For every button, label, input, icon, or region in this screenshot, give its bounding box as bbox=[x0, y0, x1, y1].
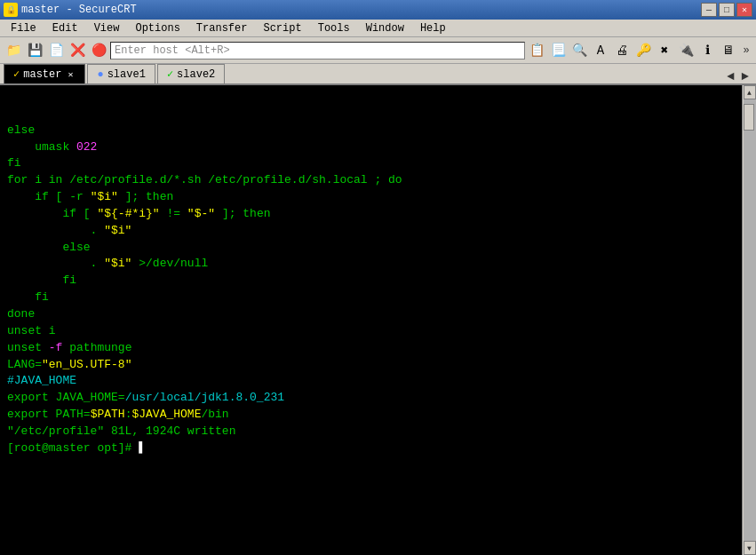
terminal-line: unset -f pathmunge bbox=[7, 340, 735, 357]
tab-master-icon: ✓ bbox=[13, 67, 20, 81]
terminal-line: export PATH=$PATH:$JAVA_HOME/bin bbox=[7, 407, 735, 424]
toolbar-btn-4[interactable]: ❌ bbox=[68, 41, 87, 60]
terminal-line: for i in /etc/profile.d/*.sh /etc/profil… bbox=[7, 172, 735, 189]
terminal-line: umask 022 bbox=[7, 139, 735, 156]
terminal-line: if [ "${-#*i}" != "$-" ]; then bbox=[7, 206, 735, 223]
menu-view[interactable]: View bbox=[87, 21, 127, 36]
toolbar-btn-2[interactable]: 💾 bbox=[25, 41, 44, 60]
address-bar[interactable]: Enter host <Alt+R> bbox=[110, 42, 525, 59]
close-button[interactable]: ✕ bbox=[736, 3, 752, 17]
menu-file[interactable]: File bbox=[4, 21, 44, 36]
terminal-line: else bbox=[7, 240, 735, 257]
toolbar-btn-copy[interactable]: 📋 bbox=[527, 41, 546, 60]
terminal-line: [root@master opt]# ▌ bbox=[7, 440, 735, 457]
terminal-line: #JAVA_HOME bbox=[7, 373, 735, 390]
scrollbar-track[interactable] bbox=[744, 99, 756, 541]
menu-tools[interactable]: Tools bbox=[311, 21, 357, 36]
minimize-button[interactable]: — bbox=[701, 3, 717, 17]
menu-bar: File Edit View Options Transfer Script T… bbox=[0, 20, 756, 37]
maximize-button[interactable]: □ bbox=[719, 3, 735, 17]
terminal-line: fi bbox=[7, 273, 735, 289]
tab-master-label: master bbox=[23, 68, 61, 81]
app-icon: 🔒 bbox=[4, 3, 18, 17]
toolbar-btn-print[interactable]: 🖨 bbox=[612, 41, 632, 60]
menu-transfer[interactable]: Transfer bbox=[189, 21, 255, 36]
window-controls: — □ ✕ bbox=[701, 3, 752, 17]
tab-slave2-label: slave2 bbox=[177, 68, 215, 81]
terminal[interactable]: else umask 022fifor i in /etc/profile.d/… bbox=[0, 85, 742, 555]
terminal-line: else bbox=[7, 123, 735, 139]
terminal-wrapper: else umask 022fifor i in /etc/profile.d/… bbox=[0, 85, 756, 555]
terminal-line: . "$i" >/dev/null bbox=[7, 256, 735, 273]
terminal-line: fi bbox=[7, 289, 735, 306]
tab-slave1-label: slave1 bbox=[107, 68, 146, 81]
tab-bar: ✓ master ✕ ● slave1 ✓ slave2 ◄ ► bbox=[0, 64, 756, 85]
toolbar-btn-keys[interactable]: 🔑 bbox=[633, 41, 653, 60]
toolbar-expand[interactable]: » bbox=[740, 41, 752, 60]
toolbar: 📁 💾 📄 ❌ 🔴 Enter host <Alt+R> 📋 📃 🔍 A 🖨 🔑… bbox=[0, 37, 756, 64]
tab-slave1-icon: ● bbox=[97, 68, 103, 81]
tab-next[interactable]: ► bbox=[738, 69, 752, 83]
scrollbar-thumb[interactable] bbox=[744, 104, 754, 131]
scrollbar[interactable]: ▲ ▼ bbox=[742, 85, 756, 555]
tab-slave2-icon: ✓ bbox=[167, 67, 173, 81]
menu-edit[interactable]: Edit bbox=[45, 21, 85, 36]
terminal-line: fi bbox=[7, 155, 735, 172]
tab-slave2[interactable]: ✓ slave2 bbox=[157, 64, 225, 83]
scrollbar-up[interactable]: ▲ bbox=[744, 85, 756, 99]
menu-script[interactable]: Script bbox=[256, 21, 308, 36]
terminal-line: if [ -r "$i" ]; then bbox=[7, 189, 735, 206]
toolbar-btn-3[interactable]: 📄 bbox=[46, 41, 66, 60]
toolbar-btn-info[interactable]: ℹ bbox=[697, 41, 717, 60]
toolbar-btn-paste[interactable]: 📃 bbox=[548, 41, 568, 60]
terminal-line: done bbox=[7, 306, 735, 323]
terminal-line: "/etc/profile" 81L, 1924C written bbox=[7, 424, 735, 440]
tab-navigation: ◄ ► bbox=[723, 69, 752, 83]
title-bar: 🔒 master - SecureCRT — □ ✕ bbox=[0, 0, 756, 20]
toolbar-btn-find[interactable]: 🔍 bbox=[569, 41, 589, 60]
tab-slave1[interactable]: ● slave1 bbox=[87, 64, 155, 83]
window-title: master - SecureCRT bbox=[21, 4, 137, 16]
menu-window[interactable]: Window bbox=[359, 21, 411, 36]
address-placeholder: Enter host <Alt+R> bbox=[115, 44, 230, 57]
toolbar-btn-1[interactable]: 📁 bbox=[4, 41, 23, 60]
terminal-line: . "$i" bbox=[7, 223, 735, 240]
tab-master-close[interactable]: ✕ bbox=[65, 69, 76, 80]
toolbar-btn-a[interactable]: A bbox=[591, 41, 610, 60]
menu-help[interactable]: Help bbox=[413, 21, 453, 36]
tab-prev[interactable]: ◄ bbox=[723, 69, 737, 83]
toolbar-btn-5[interactable]: 🔴 bbox=[89, 41, 108, 60]
toolbar-btn-connect[interactable]: 🔌 bbox=[676, 41, 696, 60]
toolbar-btn-screen[interactable]: 🖥 bbox=[719, 41, 738, 60]
scrollbar-down[interactable]: ▼ bbox=[744, 541, 756, 555]
terminal-line: unset i bbox=[7, 323, 735, 340]
menu-options[interactable]: Options bbox=[128, 21, 187, 36]
terminal-line: LANG="en_US.UTF-8" bbox=[7, 357, 735, 374]
toolbar-btn-x[interactable]: ✖ bbox=[655, 41, 674, 60]
terminal-line: export JAVA_HOME=/usr/local/jdk1.8.0_231 bbox=[7, 390, 735, 407]
tab-master[interactable]: ✓ master ✕ bbox=[4, 64, 85, 83]
